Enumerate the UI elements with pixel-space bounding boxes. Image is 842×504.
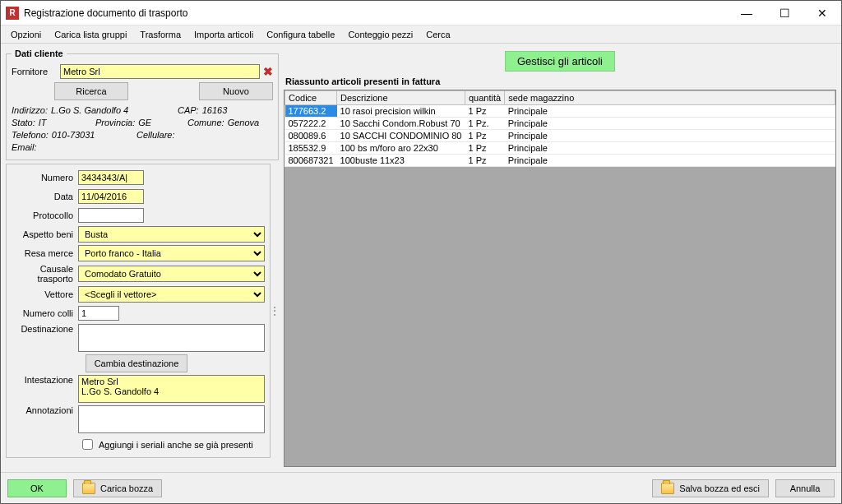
protocollo-label: Protocollo [8,210,78,220]
cell-desc: 10 Sacchi Condom.Robust 70 [337,118,465,130]
window-title: Registrazione documento di trasporto [24,7,728,19]
clear-fornitore-icon[interactable]: ✖ [263,65,273,78]
table-row[interactable]: 177663.210 rasoi precision wilkin1 PzPri… [285,105,835,118]
col-sede[interactable]: sede magazzino [505,91,835,105]
folder-icon [661,483,674,494]
cell-sede: Principale [505,118,835,130]
provincia-label: Provincia: [95,118,135,127]
aspetto-select[interactable]: Busta [78,226,265,243]
articles-table[interactable]: Codice Descrizione quantità sede magazzi… [285,90,835,167]
stato-value: IT [39,118,47,127]
salva-bozza-button[interactable]: Salva bozza ed esci [652,479,769,497]
menu-configura[interactable]: Configura tabelle [261,28,340,41]
nuovo-button[interactable]: Nuovo [199,82,273,100]
minimize-button[interactable]: ― [728,1,766,25]
menu-trasforma[interactable]: Trasforma [135,28,186,41]
cell-desc: 100buste 11x23 [337,155,465,167]
cell-qta: 1 Pz. [465,118,504,130]
fornitore-input[interactable] [60,64,260,79]
cap-label: CAP: [178,105,199,115]
seriali-checkbox[interactable] [82,439,93,450]
menu-opzioni[interactable]: Opzioni [6,28,46,41]
cell-codice: 080089.6 [285,130,337,142]
carica-bozza-button[interactable]: Carica bozza [73,479,162,497]
protocollo-input[interactable] [78,208,144,223]
col-descrizione[interactable]: Descrizione [337,91,465,105]
menubar: Opzioni Carica lista gruppi Trasforma Im… [1,25,841,44]
aspetto-label: Aspetto beni [8,229,78,239]
col-quantita[interactable]: quantità [465,91,504,105]
email-label: Email: [12,142,37,152]
indirizzo-value: L.Go S. Gandolfo 4 [51,105,128,115]
fornitore-label: Fornitore [12,67,57,76]
cambia-dest-button[interactable]: Cambia destinazione [86,354,188,372]
cellulare-label: Cellulare: [136,130,174,140]
comune-label: Comune: [187,118,224,127]
footer: OK Carica bozza Salva bozza ed esci Annu… [1,472,841,503]
articles-summary-label: Riassunto articoli presenti in fattura [284,73,836,90]
table-row[interactable]: 080089.610 SACCHI CONDOMINIO 801 PzPrinc… [285,130,835,142]
ricerca-button[interactable]: Ricerca [54,82,128,100]
colli-input[interactable] [78,306,119,321]
annot-label: Annotazioni [8,405,78,415]
cell-codice: 800687321 [285,155,337,167]
table-row[interactable]: 185532.9100 bs m/foro aro 22x301 PzPrinc… [285,142,835,155]
provincia-value: GE [138,118,151,127]
maximize-button[interactable]: ☐ [766,1,803,25]
indirizzo-label: Indirizzo: [12,105,48,115]
data-input[interactable] [78,189,144,204]
data-label: Data [8,192,78,201]
cell-sede: Principale [505,142,835,155]
dest-label: Destinazione [8,324,78,334]
cell-desc: 10 rasoi precision wilkin [337,105,465,118]
cell-qta: 1 Pz [465,105,504,118]
table-row[interactable]: 800687321100buste 11x231 PzPrincipale [285,155,835,167]
intest-label: Intestazione [8,375,78,385]
vettore-select[interactable]: <Scegli il vettore> [78,286,265,303]
cell-desc: 100 bs m/foro aro 22x30 [337,142,465,155]
cell-sede: Principale [505,130,835,142]
causale-select[interactable]: Comodato Gratuito [78,266,265,282]
gestisci-articoli-button[interactable]: Gestisci gli articoli [505,51,615,72]
cell-codice: 057222.2 [285,118,337,130]
numero-label: Numero [8,173,78,183]
client-group: Dati cliente Fornitore ✖ Ricerca Nuovo I… [6,49,279,160]
col-codice[interactable]: Codice [285,91,337,105]
intest-textarea[interactable] [78,375,265,403]
titlebar: R Registrazione documento di trasporto ―… [1,1,841,25]
cell-codice: 185532.9 [285,142,337,155]
comune-value: Genova [228,118,260,127]
ok-button[interactable]: OK [7,479,67,497]
annulla-button[interactable]: Annulla [775,479,835,497]
folder-icon [82,483,95,494]
causale-label: Causale trasporto [8,264,78,284]
salva-bozza-label: Salva bozza ed esci [679,483,760,493]
client-legend: Dati cliente [12,49,67,58]
telefono-label: Telefono: [12,130,49,140]
seriali-label: Aggiungi i seriali anche se già presenti [99,440,253,450]
cell-qta: 1 Pz [465,142,504,155]
annot-textarea[interactable] [78,405,265,433]
menu-importa[interactable]: Importa articoli [189,28,258,41]
cell-desc: 10 SACCHI CONDOMINIO 80 [337,130,465,142]
panel-grip-icon[interactable]: ⋮ [271,164,279,458]
menu-conteggio[interactable]: Conteggio pezzi [343,28,418,41]
telefono-value: 010-73031 [52,130,95,140]
dest-textarea[interactable] [78,324,265,352]
colli-label: Numero colli [8,308,78,318]
resa-select[interactable]: Porto franco - Italia [78,245,265,261]
seriali-checkbox-row[interactable]: Aggiungi i seriali anche se già presenti [79,437,265,452]
table-row[interactable]: 057222.210 Sacchi Condom.Robust 701 Pz.P… [285,118,835,130]
stato-label: Stato: [12,118,35,127]
carica-bozza-label: Carica bozza [100,483,153,493]
app-icon: R [6,7,19,20]
cell-sede: Principale [505,155,835,167]
cell-sede: Principale [505,105,835,118]
cell-qta: 1 Pz [465,155,504,167]
numero-input[interactable] [78,170,144,185]
close-button[interactable]: ✕ [803,1,841,25]
menu-cerca[interactable]: Cerca [421,28,455,41]
articles-table-wrap: Codice Descrizione quantità sede magazzi… [284,90,836,467]
cap-value: 16163 [202,105,228,115]
menu-carica-lista[interactable]: Carica lista gruppi [49,28,132,41]
